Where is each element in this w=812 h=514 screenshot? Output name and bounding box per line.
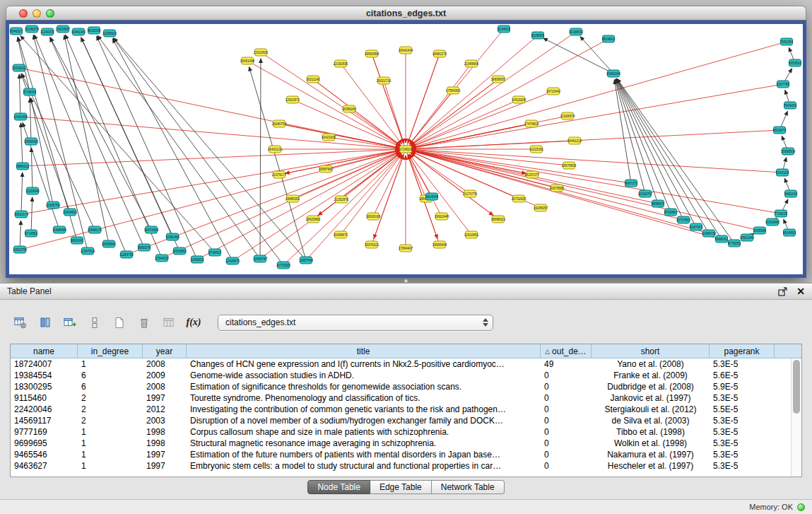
graph-node[interactable]: 10203693 [765, 218, 780, 226]
graph-node[interactable]: 17894407 [399, 245, 413, 252]
table-cell[interactable]: 9463627 [11, 460, 78, 472]
network-canvas[interactable]: 1101509116157277207326251869832112610651… [9, 24, 803, 274]
graph-node[interactable]: 12367519 [81, 247, 95, 255]
graph-node[interactable]: 9207796 [777, 81, 789, 88]
graph-node[interactable]: 9778252 [728, 240, 741, 247]
table-cell[interactable]: 5.3E-5 [710, 460, 775, 472]
graph-node[interactable]: 8895837 [652, 200, 664, 207]
graph-edge[interactable] [617, 79, 709, 233]
graph-edge[interactable] [19, 74, 20, 117]
table-cell[interactable]: 5.3E-5 [710, 358, 775, 370]
table-cell[interactable]: 9465546 [11, 449, 78, 460]
graph-edge[interactable] [411, 100, 519, 146]
graph-node[interactable]: 10610174 [14, 211, 29, 218]
table-cell[interactable]: Jankovic et al. (1997) [592, 392, 710, 404]
table-cell[interactable]: Tibbo et al. (1998) [592, 426, 710, 438]
graph-node[interactable]: 19587682 [319, 165, 334, 173]
graph-node[interactable]: 12065756 [46, 201, 61, 209]
table-cell[interactable]: 2009 [143, 370, 187, 381]
graph-node[interactable]: 12544107 [155, 255, 170, 262]
table-selector-dropdown[interactable]: citations_edges.txt [218, 315, 493, 331]
table-cell[interactable]: 0 [541, 404, 592, 415]
graph-node[interactable]: 10366739 [702, 230, 717, 237]
table-cell[interactable]: 9699695 [11, 438, 78, 449]
table-cell[interactable]: 2 [78, 415, 143, 426]
table-cell[interactable]: Disruption of a novel member of a sodium… [187, 415, 541, 426]
table-row[interactable]: 946554611997Estimation of the future num… [11, 449, 801, 460]
table-cell[interactable]: 2012 [143, 404, 187, 415]
graph-edge[interactable] [20, 221, 21, 250]
table-cell[interactable]: Franke et al. (2009) [592, 370, 710, 381]
table-cell[interactable]: 9777169 [11, 426, 78, 438]
table-cell[interactable]: 0 [541, 449, 592, 460]
table-row[interactable]: 969969511998Structural magnetic resonanc… [11, 438, 801, 449]
graph-node[interactable]: 8134026 [498, 25, 510, 33]
graph-edge[interactable] [412, 150, 782, 173]
table-cell[interactable]: Nakamura et al. (1997) [592, 449, 710, 460]
table-cell[interactable]: 9115460 [11, 392, 78, 404]
graph-node[interactable]: 12960747 [253, 255, 268, 262]
graph-edge[interactable] [20, 36, 215, 252]
graph-node[interactable]: 11015091 [529, 146, 544, 153]
table-cell[interactable]: Hescheler et al. (1997) [592, 460, 710, 472]
graph-node[interactable]: 10521345 [740, 234, 755, 241]
graph-edge[interactable] [412, 151, 709, 233]
table-cell[interactable]: 1 [78, 460, 143, 472]
graph-edge[interactable] [162, 152, 400, 258]
graph-edge[interactable] [30, 98, 31, 141]
graph-edge[interactable] [411, 35, 538, 145]
graph-node[interactable]: 18358260 [342, 105, 357, 112]
column-header-in_degree[interactable]: in_degree [78, 344, 143, 358]
graph-node[interactable]: 9702887 [664, 209, 677, 216]
table-cell[interactable]: 5.3E-5 [710, 449, 775, 460]
graph-edge[interactable] [113, 38, 283, 265]
graph-node[interactable]: 18061098 [240, 57, 255, 64]
tab-edge-table[interactable]: Edge Table [370, 480, 432, 494]
table-cell[interactable]: 2008 [143, 381, 187, 392]
graph-node[interactable]: 20021716 [377, 77, 392, 84]
graph-node[interactable]: 11159943 [25, 187, 40, 194]
graph-node[interactable]: 19560958 [365, 50, 379, 57]
graph-node[interactable]: 20211142 [306, 76, 320, 83]
table-row[interactable]: 1456911722003Disruption of a novel membe… [11, 415, 801, 426]
table-cell[interactable]: 1 [78, 426, 143, 438]
table-cell[interactable]: 1 [78, 449, 143, 460]
graph-edge[interactable] [329, 137, 399, 148]
graph-node[interactable]: 21252976 [334, 196, 349, 203]
table-row[interactable]: 2242004622012Investigating the contribut… [11, 404, 801, 415]
graph-node[interactable]: 10805841 [102, 240, 117, 247]
graph-node[interactable]: 8824810 [602, 35, 615, 42]
graph-node[interactable]: 11697544 [299, 257, 314, 264]
graph-node[interactable]: 9739043 [23, 88, 36, 95]
table-cell[interactable]: 6 [78, 370, 143, 381]
graph-node[interactable]: 19885391 [286, 195, 300, 202]
graph-node[interactable]: 21069606 [464, 60, 479, 67]
graph-edge[interactable] [341, 64, 402, 144]
table-cell[interactable]: 5.3E-5 [710, 392, 775, 404]
table-cell[interactable]: 5.6E-5 [710, 370, 775, 381]
graph-node[interactable]: 10834932 [63, 209, 78, 216]
graph-node[interactable]: 10441340 [71, 28, 86, 35]
graph-node[interactable]: 18981273 [433, 50, 447, 57]
table-cell[interactable]: 1 [78, 358, 143, 370]
graph-node[interactable]: 1914549 [425, 193, 438, 200]
graph-node[interactable]: 21173776 [463, 190, 478, 197]
table-cell[interactable]: 5.5E-5 [710, 404, 775, 415]
graph-edge[interactable] [23, 149, 399, 166]
table-cell[interactable]: 0 [541, 415, 592, 426]
table-cell[interactable]: 1998 [143, 426, 187, 438]
table-cell[interactable]: 19384554 [11, 370, 78, 381]
table-cell[interactable]: 18300295 [11, 381, 78, 392]
new-column-icon[interactable] [59, 313, 81, 332]
graph-node[interactable]: 18280754 [272, 120, 287, 127]
table-cell[interactable]: 5.3E-5 [710, 438, 775, 449]
table-row[interactable]: 1938455462009Genome-wide association stu… [11, 370, 801, 381]
float-panel-icon[interactable] [778, 287, 788, 296]
graph-node[interactable]: 9736007 [208, 249, 221, 256]
graph-node[interactable]: 8924550 [783, 229, 796, 236]
graph-node[interactable]: 11409011 [190, 256, 204, 263]
graph-edge[interactable] [21, 173, 23, 214]
graph-node[interactable]: 9886311 [16, 163, 29, 170]
table-cell[interactable]: Tourette syndrome. Phenomenology and cla… [187, 392, 541, 404]
graph-node[interactable]: 16642434 [399, 47, 413, 54]
